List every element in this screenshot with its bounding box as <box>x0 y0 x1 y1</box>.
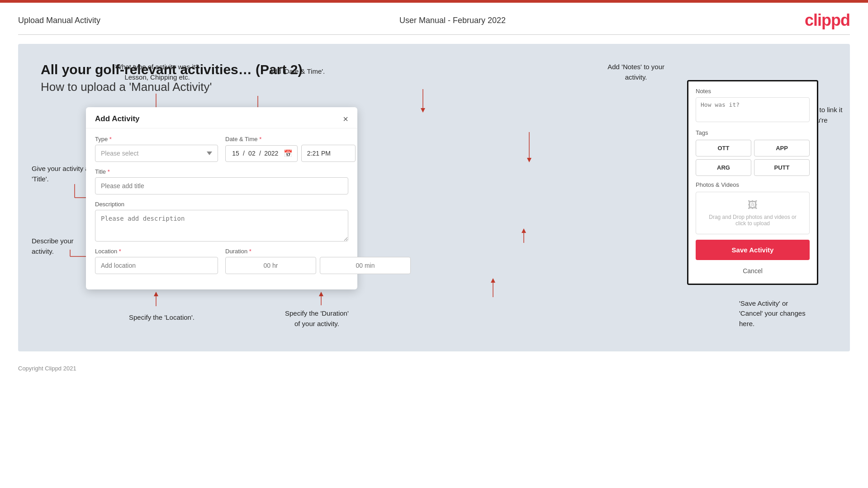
phone-inner: Notes Tags OTT APP ARG PUTT Photos & Vid… <box>688 81 817 284</box>
title-label: Title * <box>95 168 348 175</box>
right-panel: Notes Tags OTT APP ARG PUTT Photos & Vid… <box>678 80 836 285</box>
annotation-describe: Describe your activity. <box>32 236 74 256</box>
annotation-notes: Add 'Notes' to your activity. <box>607 62 664 82</box>
dialog-header: Add Activity × <box>86 107 357 128</box>
date-day-input[interactable] <box>230 150 241 157</box>
form-group-title: Title * <box>95 168 348 194</box>
notes-section-label: Notes <box>696 88 810 95</box>
tag-arg[interactable]: ARG <box>696 159 751 176</box>
annotation-give-title: Give your activity a 'Title'. <box>32 164 89 184</box>
annotation-what-type: What type of activity was it? Lesson, Ch… <box>115 62 199 82</box>
form-group-type: Type * Please select <box>95 136 218 162</box>
photos-section-label: Photos & Videos <box>696 181 810 188</box>
copyright-text: Copyright Clippd 2021 <box>18 365 76 372</box>
logo: clippd <box>805 11 850 30</box>
location-label: Location * <box>95 248 218 255</box>
image-icon: 🖼 <box>703 199 802 211</box>
annotation-location: Specify the 'Location'. <box>129 313 194 322</box>
date-input[interactable]: / / 📅 <box>225 145 298 162</box>
annotation-duration: Specify the 'Duration' of your activity. <box>285 308 349 329</box>
phone-screen: Notes Tags OTT APP ARG PUTT Photos & Vid… <box>687 80 818 285</box>
form-group-description: Description <box>95 201 348 242</box>
tags-section-label: Tags <box>696 129 810 136</box>
tag-app[interactable]: APP <box>754 140 810 156</box>
main-area: All your golf-relevant activities… (Part… <box>18 44 850 351</box>
page-title-header: Upload Manual Activity <box>18 16 100 25</box>
save-activity-button[interactable]: Save Activity <box>696 240 810 260</box>
tag-putt[interactable]: PUTT <box>754 159 810 176</box>
annotation-date-time: Add 'Date & Time'. <box>269 66 325 76</box>
dialog-body: Type * Please select Date & Time * <box>86 128 357 289</box>
close-dialog-button[interactable]: × <box>343 114 348 123</box>
form-row-type-date: Type * Please select Date & Time * <box>95 136 348 162</box>
add-activity-dialog: Add Activity × Type * Please select Dat <box>86 107 357 289</box>
calendar-icon[interactable]: 📅 <box>284 149 293 158</box>
svg-marker-20 <box>522 228 526 233</box>
date-year-input[interactable] <box>263 150 280 157</box>
header-subtitle: User Manual - February 2022 <box>399 16 506 25</box>
svg-marker-16 <box>421 108 425 113</box>
type-select[interactable]: Please select <box>95 145 218 162</box>
footer: Copyright Clippd 2021 <box>0 360 868 376</box>
annotation-save: 'Save Activity' or 'Cancel' your changes… <box>739 298 843 329</box>
form-group-datetime: Date & Time * / / 📅 <box>225 136 356 162</box>
description-textarea[interactable] <box>95 210 348 242</box>
cancel-button[interactable]: Cancel <box>696 265 810 277</box>
tag-ott[interactable]: OTT <box>696 140 751 156</box>
duration-min-input[interactable] <box>320 257 411 274</box>
header-divider <box>18 34 850 35</box>
svg-marker-22 <box>491 278 495 283</box>
duration-label: Duration * <box>225 248 411 255</box>
duration-hr-input[interactable] <box>225 257 316 274</box>
location-input[interactable] <box>95 257 218 274</box>
photos-drop-zone[interactable]: 🖼 Drag and Drop photos and videos or cli… <box>696 192 810 234</box>
svg-marker-14 <box>319 292 323 296</box>
tags-grid: OTT APP ARG PUTT <box>696 140 810 176</box>
datetime-label: Date & Time * <box>225 136 356 142</box>
description-label: Description <box>95 201 348 208</box>
form-group-duration: Duration * <box>225 248 411 274</box>
notes-textarea[interactable] <box>696 97 810 122</box>
title-input[interactable] <box>95 177 348 194</box>
form-group-location: Location * <box>95 248 218 274</box>
dialog-title: Add Activity <box>95 114 140 123</box>
time-input[interactable] <box>301 145 356 162</box>
svg-marker-18 <box>527 158 531 162</box>
header: Upload Manual Activity User Manual - Feb… <box>0 3 868 34</box>
photos-drop-text: Drag and Drop photos and videos or click… <box>709 214 796 227</box>
duration-inputs <box>225 257 411 274</box>
type-label: Type * <box>95 136 218 142</box>
form-row-location-duration: Location * Duration * <box>95 248 348 274</box>
date-month-input[interactable] <box>247 150 257 157</box>
svg-marker-12 <box>154 292 158 296</box>
